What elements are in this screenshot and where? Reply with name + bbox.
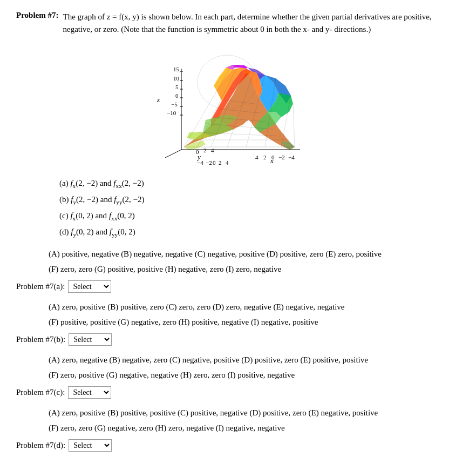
svg-text:−4: −4 bbox=[288, 154, 295, 160]
part-b-fyy: fyy(2, −2) bbox=[114, 195, 144, 204]
part-c-fxx: fxx(0, 2) bbox=[109, 211, 135, 220]
problem-c-select[interactable]: Select A B C D E F G H I bbox=[68, 386, 111, 399]
options-b-line2: (F) positive, positive (G) negative, zer… bbox=[49, 315, 460, 330]
part-d-line: (d) fy(0, 2) and fyy(0, 2) bbox=[59, 225, 460, 239]
3d-graph: z y x 15 10 5 0 −5 −10 −4 −2 0 2 4 4 2 0… bbox=[152, 42, 324, 166]
part-a-faa: fxx(2, −2) bbox=[113, 179, 144, 187]
svg-text:0: 0 bbox=[213, 159, 216, 166]
problem-number: Problem #7: bbox=[16, 11, 58, 35]
svg-text:−5: −5 bbox=[171, 101, 178, 108]
svg-text:5: 5 bbox=[175, 84, 179, 90]
svg-text:4: 4 bbox=[226, 159, 229, 166]
options-c-line1: (A) zero, negative (B) negative, zero (C… bbox=[49, 353, 460, 367]
options-c-section: (A) zero, negative (B) negative, zero (C… bbox=[49, 353, 460, 382]
svg-text:0: 0 bbox=[271, 154, 275, 160]
part-a-and: and bbox=[100, 179, 113, 187]
svg-text:15: 15 bbox=[173, 66, 180, 72]
svg-text:10: 10 bbox=[173, 75, 180, 82]
part-d-fy: fy(0, 2) bbox=[71, 227, 93, 236]
problem-a-select[interactable]: Select A B C D E F G H I bbox=[68, 280, 111, 293]
part-b-label: (b) bbox=[59, 195, 71, 204]
problem-d-label: Problem #7(d): bbox=[16, 441, 65, 450]
options-d-line2: (F) zero, zero (G) negative, zero (H) ze… bbox=[49, 421, 460, 435]
svg-text:2: 2 bbox=[263, 154, 267, 160]
options-c-line2: (F) zero, positive (G) negative, negativ… bbox=[49, 368, 460, 382]
svg-text:4: 4 bbox=[211, 147, 214, 153]
svg-text:−4: −4 bbox=[197, 159, 203, 166]
part-d-fyy: fyy(0, 2) bbox=[110, 227, 135, 236]
part-c-fx: fx(0, 2) bbox=[70, 211, 93, 220]
svg-line-37 bbox=[293, 104, 295, 147]
parts-section: (a) fx(2, −2) and fxx(2, −2) (b) fy(2, −… bbox=[59, 177, 460, 239]
part-b-and: and bbox=[100, 195, 114, 204]
part-a-line: (a) fx(2, −2) and fxx(2, −2) bbox=[59, 177, 460, 191]
problem-header: Problem #7: The graph of z = f(x, y) is … bbox=[16, 11, 460, 35]
graph-container: z y x 15 10 5 0 −5 −10 −4 −2 0 2 4 4 2 0… bbox=[16, 42, 460, 166]
problem-description: The graph of z = f(x, y) is shown below.… bbox=[63, 11, 460, 35]
problem-d-select-row: Problem #7(d): Select A B C D E F G H I bbox=[16, 439, 460, 452]
svg-text:2: 2 bbox=[203, 147, 207, 153]
options-d-line1: (A) zero, positive (B) positive, positiv… bbox=[49, 406, 460, 420]
svg-text:4: 4 bbox=[255, 154, 259, 160]
svg-text:−2: −2 bbox=[206, 159, 212, 166]
options-b-section: (A) zero, positive (B) positive, zero (C… bbox=[49, 300, 460, 329]
svg-text:−2: −2 bbox=[278, 154, 285, 160]
problem-a-select-row: Problem #7(a): Select A B C D E F G H I bbox=[16, 280, 460, 293]
options-a-line1: (A) positive, negative (B) negative, neg… bbox=[49, 247, 460, 261]
svg-text:−10: −10 bbox=[167, 110, 176, 116]
part-c-label: (c) bbox=[59, 211, 70, 220]
problem-c-label: Problem #7(c): bbox=[16, 388, 65, 397]
problem-c-select-row: Problem #7(c): Select A B C D E F G H I bbox=[16, 386, 460, 399]
problem-a-label: Problem #7(a): bbox=[16, 282, 65, 291]
part-d-label: (d) bbox=[59, 227, 71, 236]
problem-b-label: Problem #7(b): bbox=[16, 335, 65, 344]
part-a-label: (a) bbox=[59, 179, 70, 187]
options-d-section: (A) zero, positive (B) positive, positiv… bbox=[49, 406, 460, 435]
options-a-line2: (F) zero, zero (G) positive, positive (H… bbox=[49, 263, 460, 277]
options-b-line1: (A) zero, positive (B) positive, zero (C… bbox=[49, 300, 460, 314]
svg-line-46 bbox=[165, 150, 181, 158]
part-d-and: and bbox=[96, 227, 109, 236]
svg-text:2: 2 bbox=[219, 159, 222, 166]
problem-d-select[interactable]: Select A B C D E F G H I bbox=[69, 439, 112, 452]
part-c-and: and bbox=[95, 211, 108, 220]
problem-b-select[interactable]: Select A B C D E F G H I bbox=[69, 333, 112, 346]
options-a-section: (A) positive, negative (B) negative, neg… bbox=[49, 247, 460, 276]
problem-b-select-row: Problem #7(b): Select A B C D E F G H I bbox=[16, 333, 460, 346]
part-b-fb: fy(2, −2) bbox=[71, 195, 98, 204]
svg-text:0: 0 bbox=[175, 92, 179, 99]
part-c-line: (c) fx(0, 2) and fxx(0, 2) bbox=[59, 209, 460, 223]
part-a-fa: fx(2, −2) bbox=[70, 179, 98, 187]
svg-text:z: z bbox=[157, 96, 160, 104]
part-b-line: (b) fy(2, −2) and fyy(2, −2) bbox=[59, 193, 460, 207]
